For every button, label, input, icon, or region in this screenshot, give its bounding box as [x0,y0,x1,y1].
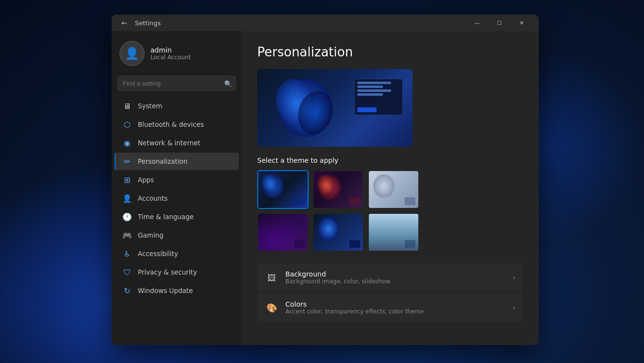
theme-3-inner [369,171,418,208]
theme-6[interactable] [368,213,419,252]
theme-mini-badge [349,197,360,205]
settings-window: ← Settings — ☐ ✕ 👤 admin Local Account [112,15,539,345]
theme-2[interactable] [313,170,364,209]
mock-line [357,89,391,92]
theme-1-inner [258,171,308,208]
page-title: Personalization [257,45,523,59]
theme-mini-badge [349,240,360,248]
sidebar-item-label: Gaming [138,231,164,239]
theme-preview [257,69,413,147]
sidebar-item-accounts[interactable]: 👤 Accounts [115,190,239,207]
svg-point-7 [373,174,395,198]
colors-row-icon: 🎨 [265,301,279,314]
theme-section-label: Select a theme to apply [257,156,523,164]
bluetooth-icon: ⬡ [122,120,132,129]
sidebar-item-network[interactable]: ◉ Network & internet [115,134,239,152]
background-row-title: Background [285,270,506,278]
search-box: 🔍 [117,76,236,91]
user-name: admin [150,46,191,54]
user-account-type: Local Account [150,54,191,61]
apps-icon: ⊞ [122,175,132,185]
close-button[interactable]: ✕ [511,15,533,31]
sidebar-item-gaming[interactable]: 🎮 Gaming [115,226,239,244]
sidebar-item-label: Network & internet [138,139,200,147]
privacy-icon: 🛡 [122,267,132,277]
theme-4[interactable] [257,213,309,252]
sidebar-item-label: System [138,102,162,110]
sidebar-item-privacy[interactable]: 🛡 Privacy & security [115,263,239,281]
sidebar-item-label: Windows Update [138,287,193,294]
theme-mini-badge [294,240,305,248]
content-area: Personalization [242,31,539,345]
back-button[interactable]: ← [117,16,131,30]
personalization-icon: ✏ [122,156,132,166]
background-row-icon: 🖼 [265,271,279,284]
mock-button [357,107,377,112]
theme-4-inner [258,214,308,251]
theme-grid [257,170,523,252]
sidebar-item-personalization[interactable]: ✏ Personalization [115,153,239,170]
theme-mini-badge [294,197,305,205]
theme-5[interactable] [313,213,364,252]
mock-line [357,86,383,88]
time-icon: 🕐 [122,212,132,222]
sidebar-item-system[interactable]: 🖥 System [115,97,239,115]
theme-2-inner [314,171,363,208]
gaming-icon: 🎮 [122,230,132,240]
preview-bloom [272,76,340,139]
sidebar-item-label: Personalization [138,157,187,165]
theme-1[interactable] [257,170,309,209]
preview-inner [257,69,413,147]
sidebar-item-label: Apps [138,176,154,184]
accounts-icon: 👤 [122,193,132,203]
network-icon: ◉ [122,138,132,148]
theme-5-inner [314,214,363,251]
theme-mini-badge [405,240,415,248]
sidebar: 👤 admin Local Account 🔍 🖥 System ⬡ Bluet… [112,31,242,345]
colors-row-text: Colors Accent color, transparency effect… [285,300,506,315]
maximize-button[interactable]: ☐ [488,15,511,31]
search-icon: 🔍 [224,80,232,87]
sidebar-item-accessibility[interactable]: ♿ Accessibility [115,245,239,262]
user-profile[interactable]: 👤 admin Local Account [112,31,242,74]
settings-row-colors[interactable]: 🎨 Colors Accent color, transparency effe… [257,294,523,322]
sidebar-item-label: Accounts [138,194,168,202]
update-icon: ↻ [122,286,132,295]
sidebar-item-update[interactable]: ↻ Windows Update [115,282,239,299]
settings-row-background[interactable]: 🖼 Background Background image, color, sl… [257,263,523,292]
main-content: 👤 admin Local Account 🔍 🖥 System ⬡ Bluet… [112,31,539,345]
window-controls: — ☐ ✕ [466,15,533,31]
mock-line [357,82,391,84]
titlebar: ← Settings — ☐ ✕ [112,15,539,31]
colors-row-chevron: › [512,304,515,311]
sidebar-item-label: Time & language [138,213,194,221]
window-title: Settings [135,19,161,27]
minimize-button[interactable]: — [466,15,488,31]
sidebar-item-label: Bluetooth & devices [138,121,204,128]
background-row-text: Background Background image, color, slid… [285,270,506,285]
accessibility-icon: ♿ [122,249,132,259]
system-icon: 🖥 [122,101,132,111]
sidebar-item-label: Privacy & security [138,268,197,276]
user-info: admin Local Account [150,46,191,61]
sidebar-item-label: Accessibility [138,250,178,258]
avatar: 👤 [119,41,145,66]
background-row-chevron: › [512,274,515,281]
search-input[interactable] [117,76,236,91]
theme-mini-badge [405,197,415,205]
sidebar-item-bluetooth[interactable]: ⬡ Bluetooth & devices [115,116,239,133]
colors-row-title: Colors [285,300,506,308]
preview-window-mock [354,79,403,115]
sidebar-item-apps[interactable]: ⊞ Apps [115,171,239,189]
theme-3[interactable] [368,170,419,209]
svg-point-8 [318,217,339,241]
mock-line [357,93,383,96]
avatar-icon: 👤 [125,47,139,60]
sidebar-item-time[interactable]: 🕐 Time & language [115,208,239,225]
background-row-subtitle: Background image, color, slideshow [285,278,506,285]
theme-6-inner [369,214,418,251]
colors-row-subtitle: Accent color, transparency effects, colo… [285,308,506,315]
